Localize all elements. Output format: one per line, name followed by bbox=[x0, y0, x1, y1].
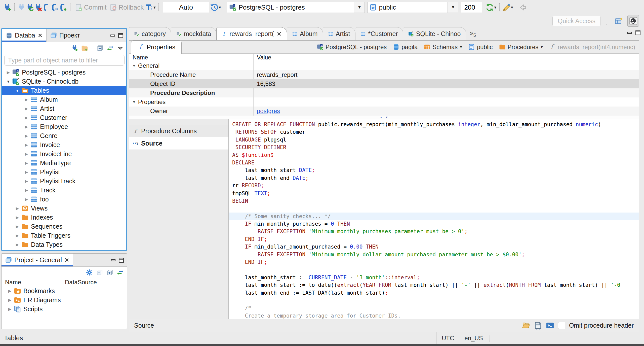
column-header-value[interactable]: Value bbox=[257, 54, 271, 61]
project-item-er-diagrams[interactable]: ▶ER Diagrams bbox=[2, 295, 127, 304]
back-navigation-icon[interactable] bbox=[519, 3, 527, 12]
column-divider[interactable] bbox=[621, 54, 621, 116]
property-row-owner[interactable]: Ownerpostgres bbox=[129, 107, 639, 116]
project-item-bookmarks[interactable]: ▶★Bookmarks bbox=[2, 286, 127, 295]
editor-tab-rewards-report[interactable]: frewards_report( bbox=[216, 27, 287, 40]
link-with-editor-icon[interactable] bbox=[107, 45, 114, 52]
tab-project-general[interactable]: Project - General bbox=[2, 254, 73, 266]
dropdown-arrow-icon[interactable]: ▼ bbox=[354, 2, 365, 13]
transaction-log-icon[interactable] bbox=[210, 3, 219, 12]
tree-item-invoiceline[interactable]: ▶InvoiceLine bbox=[2, 149, 126, 158]
expand-arrow[interactable]: ▶ bbox=[5, 70, 12, 75]
close-icon[interactable] bbox=[37, 33, 43, 38]
collapse-all-icon[interactable] bbox=[96, 269, 103, 276]
rollback-button[interactable]: Rollback bbox=[108, 3, 145, 12]
new-sql-editor-icon[interactable] bbox=[59, 3, 67, 12]
expand-all-icon[interactable] bbox=[106, 269, 113, 276]
save-to-file-icon[interactable] bbox=[534, 321, 542, 330]
expand-arrow[interactable]: ▼ bbox=[14, 88, 21, 93]
connect-icon[interactable] bbox=[17, 3, 26, 12]
close-icon[interactable] bbox=[276, 31, 282, 37]
maximize-icon[interactable] bbox=[634, 29, 641, 36]
minimize-icon[interactable] bbox=[626, 29, 633, 36]
editor-tab-album[interactable]: Album bbox=[287, 27, 323, 40]
tree-item-invoice[interactable]: ▶Invoice bbox=[2, 140, 126, 149]
tree-item-sequences[interactable]: ▶Sequences bbox=[2, 222, 126, 231]
column-divider[interactable] bbox=[63, 279, 63, 287]
tree-item-customer[interactable]: ▶Customer bbox=[2, 113, 126, 122]
expand-arrow[interactable]: ▼ bbox=[132, 64, 136, 68]
breadcrumb-item-schemas[interactable]: Schemas▾ bbox=[424, 44, 462, 51]
breadcrumb-item-postgresql-postgres[interactable]: PostgreSQL - postgres bbox=[317, 44, 387, 51]
tab-project-explorer[interactable]: Проект bbox=[47, 29, 84, 42]
tab-database-navigator[interactable]: Databa bbox=[2, 29, 47, 42]
source-code-editor[interactable]: CREATE OR REPLACE FUNCTION public.reward… bbox=[229, 119, 639, 319]
tree-item-playlist[interactable]: ▶Playlist bbox=[2, 167, 126, 177]
commit-button[interactable]: Commit bbox=[73, 3, 108, 12]
quick-access-input[interactable] bbox=[552, 16, 601, 26]
fetch-size-input[interactable] bbox=[461, 2, 482, 13]
new-connection-icon[interactable] bbox=[3, 3, 11, 12]
gear-icon[interactable] bbox=[86, 269, 93, 276]
property-row-object-id[interactable]: Object ID16,583 bbox=[129, 79, 639, 88]
view-menu-icon[interactable] bbox=[117, 45, 124, 52]
editor-tab-mockdata[interactable]: mockdata bbox=[171, 27, 216, 40]
tree-item-artist[interactable]: ▶Artist bbox=[2, 104, 126, 113]
tab-properties[interactable]: f Properties bbox=[131, 41, 182, 54]
tree-item-views[interactable]: ▶Views bbox=[2, 204, 126, 213]
object-filter-input[interactable] bbox=[4, 55, 125, 66]
property-row-general[interactable]: ▼General bbox=[129, 61, 639, 70]
tree-item-foo[interactable]: ▶foo bbox=[2, 195, 126, 204]
schema-select[interactable]: public ▼ bbox=[367, 2, 458, 13]
expand-arrow[interactable]: ▶ bbox=[14, 233, 21, 238]
expand-arrow[interactable]: ▶ bbox=[23, 115, 30, 120]
expand-arrow[interactable]: ▶ bbox=[23, 143, 30, 147]
expand-arrow[interactable]: ▶ bbox=[6, 307, 14, 312]
close-icon[interactable] bbox=[64, 257, 69, 263]
splitter-down-icon[interactable]: ▼ bbox=[385, 116, 388, 119]
tree-item-album[interactable]: ▶Album bbox=[2, 95, 126, 104]
tree-item-sqlite-chinook-db[interactable]: ▼SQLite - Chinook.db bbox=[2, 77, 126, 86]
subtab-procedure-columns[interactable]: fProcedure Columns bbox=[129, 125, 228, 137]
splitter-up-icon[interactable]: ▲ bbox=[380, 116, 383, 119]
expand-arrow[interactable]: ▶ bbox=[23, 124, 30, 129]
expand-arrow[interactable]: ▶ bbox=[14, 242, 21, 247]
breadcrumb-item-procedures[interactable]: Procedures▾ bbox=[499, 44, 543, 51]
subtab-source[interactable]: TSource bbox=[129, 137, 228, 150]
column-header-datasource[interactable]: DataSource bbox=[65, 279, 97, 286]
timezone-label[interactable]: UTC bbox=[436, 332, 459, 344]
expand-arrow[interactable]: ▼ bbox=[132, 100, 136, 104]
chevron-down-icon[interactable]: ▾ bbox=[511, 5, 513, 10]
tab-overflow-indicator[interactable]: »5 bbox=[470, 29, 476, 38]
tree-item-postgresql-postgres[interactable]: ▶PostgreSQL - postgres bbox=[2, 68, 126, 77]
omit-procedure-header-checkbox[interactable] bbox=[558, 322, 565, 329]
open-in-sql-console-icon[interactable] bbox=[546, 321, 554, 330]
link-with-editor-icon[interactable] bbox=[117, 269, 124, 276]
load-from-file-icon[interactable] bbox=[522, 321, 530, 330]
property-row-procedure-description[interactable]: Procedure Description bbox=[129, 88, 639, 97]
expand-arrow[interactable]: ▶ bbox=[14, 206, 21, 211]
new-folder-icon[interactable] bbox=[81, 45, 88, 52]
tree-item-employee[interactable]: ▶Employee bbox=[2, 122, 126, 131]
refresh-icon[interactable] bbox=[486, 3, 494, 12]
chevron-down-icon[interactable]: ▾ bbox=[494, 5, 496, 10]
expand-arrow[interactable]: ▶ bbox=[6, 298, 14, 302]
column-header-name[interactable]: Name bbox=[133, 54, 148, 61]
connection-select[interactable]: PostgreSQL - postgres ▼ bbox=[227, 2, 365, 13]
chevron-down-icon[interactable]: ▾ bbox=[153, 5, 156, 10]
tree-item-genre[interactable]: ▶Genre bbox=[2, 131, 126, 140]
breadcrumb-item-public[interactable]: public bbox=[468, 44, 493, 51]
sql-editor-icon[interactable] bbox=[42, 3, 51, 12]
owner-link[interactable]: postgres bbox=[257, 108, 280, 114]
tree-item-table-triggers[interactable]: ▶Table Triggers bbox=[2, 231, 126, 240]
breadcrumb-item-pagila[interactable]: pagila bbox=[393, 44, 418, 51]
expand-arrow[interactable]: ▶ bbox=[23, 133, 30, 138]
expand-arrow[interactable]: ▶ bbox=[14, 215, 21, 220]
expand-arrow[interactable]: ▶ bbox=[23, 197, 30, 202]
expand-arrow[interactable]: ▶ bbox=[6, 289, 14, 293]
expand-arrow[interactable]: ▼ bbox=[5, 79, 12, 84]
transaction-mode-icon[interactable] bbox=[145, 3, 153, 12]
open-sql-script-icon[interactable] bbox=[51, 3, 59, 12]
dbeaver-perspective-button[interactable] bbox=[627, 15, 639, 27]
editor-tab-customer[interactable]: *Customer bbox=[355, 27, 403, 40]
